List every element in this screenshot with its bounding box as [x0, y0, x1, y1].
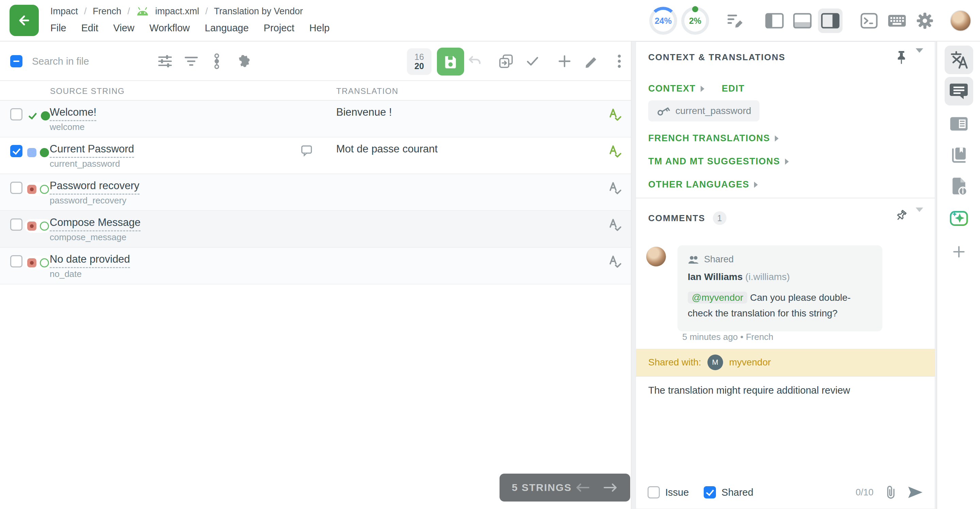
- string-key: welcome: [50, 122, 85, 132]
- source-string-text[interactable]: Welcome!: [50, 106, 96, 121]
- table-row[interactable]: No date provided no_date: [0, 248, 631, 285]
- menu-view[interactable]: View: [113, 22, 134, 34]
- filter-icon[interactable]: [183, 53, 199, 69]
- more-options-icon[interactable]: [611, 53, 627, 69]
- plugins-puzzle-icon[interactable]: [235, 53, 251, 69]
- view-options-icon[interactable]: [157, 53, 173, 69]
- keyboard-icon[interactable]: [885, 8, 909, 33]
- settings-gear-icon[interactable]: [913, 8, 937, 33]
- workflow-steps-icon[interactable]: [208, 53, 225, 69]
- comment-input[interactable]: The translation might require additional…: [648, 385, 850, 396]
- string-status-icon: [24, 219, 52, 233]
- qa-spellcheck-icon[interactable]: [608, 218, 621, 232]
- source-string-text[interactable]: Password recovery: [50, 180, 140, 195]
- menu-project[interactable]: Project: [264, 22, 294, 34]
- qa-spellcheck-icon[interactable]: [608, 108, 621, 122]
- select-all-checkbox[interactable]: [10, 55, 22, 67]
- breadcrumb-file[interactable]: impact.xml: [155, 6, 199, 17]
- breadcrumb: Impact / French / impact.xml / Translati…: [50, 6, 303, 17]
- chevron-down-icon[interactable]: [916, 212, 923, 218]
- mention-link[interactable]: @myvendor: [688, 291, 747, 304]
- ai-assistant-panel-icon[interactable]: [945, 204, 973, 233]
- comment-author-name[interactable]: Ian Williams: [688, 272, 743, 282]
- approved-progress-ring[interactable]: 2%: [681, 7, 709, 35]
- chevron-right-icon: [701, 86, 705, 92]
- context-edit-link[interactable]: EDIT: [722, 83, 745, 94]
- source-string-text[interactable]: Current Password: [50, 143, 134, 158]
- side-tools-rail: [937, 41, 980, 509]
- section-french-translations[interactable]: FRENCH TRANSLATIONS: [648, 133, 778, 143]
- section-tm-mt-suggestions[interactable]: TM AND MT SUGGESTIONS: [648, 156, 789, 167]
- section-context[interactable]: CONTEXT: [648, 83, 705, 94]
- row-checkbox[interactable]: [10, 218, 22, 231]
- table-row[interactable]: Welcome! welcome Bienvenue !: [0, 101, 631, 137]
- layout-bottom-icon[interactable]: [790, 8, 815, 33]
- menu-bar: File Edit View Workflow Language Project…: [50, 22, 330, 34]
- shared-checkbox-label[interactable]: Shared: [704, 486, 753, 498]
- send-comment-icon[interactable]: [907, 486, 923, 499]
- next-string-arrow-icon[interactable]: [603, 482, 618, 494]
- translation-text[interactable]: Bienvenue !: [336, 106, 392, 118]
- chevron-down-icon[interactable]: [916, 53, 923, 59]
- row-checkbox[interactable]: [10, 145, 22, 157]
- chevron-right-icon: [775, 135, 778, 142]
- table-row[interactable]: Current Password current_password Mot de…: [0, 137, 631, 174]
- undo-icon[interactable]: [466, 53, 483, 69]
- back-button[interactable]: [10, 5, 39, 36]
- top-bar: Impact / French / impact.xml / Translati…: [0, 0, 980, 41]
- qa-spellcheck-icon[interactable]: [608, 254, 621, 269]
- glossary-panel-icon[interactable]: [945, 141, 973, 169]
- layout-left-icon[interactable]: [762, 8, 787, 33]
- search-input[interactable]: [32, 50, 144, 72]
- issue-checkbox[interactable]: [648, 486, 660, 498]
- translation-text[interactable]: Mot de passe courant: [336, 143, 438, 155]
- qa-spellcheck-icon[interactable]: [608, 181, 621, 195]
- source-string-text[interactable]: No date provided: [50, 253, 130, 268]
- comment-input-area[interactable]: The translation might require additional…: [636, 376, 935, 509]
- breadcrumb-workflow-step[interactable]: Translation by Vendor: [214, 6, 303, 17]
- prev-string-arrow-icon[interactable]: [575, 482, 590, 494]
- layout-right-icon[interactable]: [818, 8, 843, 33]
- translated-progress-ring[interactable]: 24%: [649, 7, 677, 35]
- vendor-name[interactable]: myvendor: [729, 357, 771, 368]
- comments-panel-icon[interactable]: [945, 77, 973, 105]
- shared-checkbox[interactable]: [704, 486, 716, 498]
- row-checkbox[interactable]: [10, 255, 22, 267]
- panel-title: CONTEXT & TRANSLATIONS: [648, 52, 785, 63]
- add-string-icon[interactable]: [556, 53, 573, 69]
- edit-pencil-icon[interactable]: [583, 53, 599, 69]
- string-key-pill[interactable]: current_password: [648, 100, 759, 121]
- android-icon: [136, 7, 149, 16]
- row-checkbox[interactable]: [10, 182, 22, 194]
- translations-panel-icon[interactable]: [945, 46, 973, 74]
- copy-source-icon[interactable]: [498, 53, 514, 69]
- unpin-icon[interactable]: [892, 207, 911, 226]
- context-translations-panel: CONTEXT & TRANSLATIONS CONTEXT EDIT curr…: [636, 41, 935, 509]
- section-other-languages[interactable]: OTHER LANGUAGES: [648, 179, 758, 190]
- add-panel-icon[interactable]: [945, 237, 973, 266]
- breadcrumb-project[interactable]: Impact: [50, 6, 78, 17]
- table-header: SOURCE STRING TRANSLATION: [0, 81, 631, 101]
- attach-paperclip-icon[interactable]: [886, 485, 896, 500]
- menu-language[interactable]: Language: [205, 22, 249, 34]
- breadcrumb-language[interactable]: French: [93, 6, 121, 17]
- file-context-panel-icon[interactable]: [945, 172, 973, 201]
- edit-list-icon[interactable]: [724, 8, 748, 33]
- user-avatar[interactable]: [950, 10, 971, 31]
- qa-spellcheck-icon[interactable]: [608, 144, 621, 159]
- menu-file[interactable]: File: [50, 22, 66, 34]
- menu-edit[interactable]: Edit: [81, 22, 98, 34]
- word-counter[interactable]: 16 20: [407, 48, 431, 75]
- table-row[interactable]: Password recovery password_recovery: [0, 174, 631, 211]
- row-checkbox[interactable]: [10, 108, 22, 121]
- menu-help[interactable]: Help: [309, 22, 330, 34]
- pin-icon[interactable]: [892, 48, 911, 67]
- save-button[interactable]: [437, 48, 464, 76]
- menu-workflow[interactable]: Workflow: [150, 22, 190, 34]
- issue-checkbox-label[interactable]: Issue: [648, 486, 689, 498]
- table-row[interactable]: Compose Message compose_message: [0, 211, 631, 248]
- approve-check-icon[interactable]: [524, 53, 541, 69]
- source-string-text[interactable]: Compose Message: [50, 216, 140, 231]
- string-info-panel-icon[interactable]: [945, 110, 973, 138]
- console-icon[interactable]: [857, 8, 881, 33]
